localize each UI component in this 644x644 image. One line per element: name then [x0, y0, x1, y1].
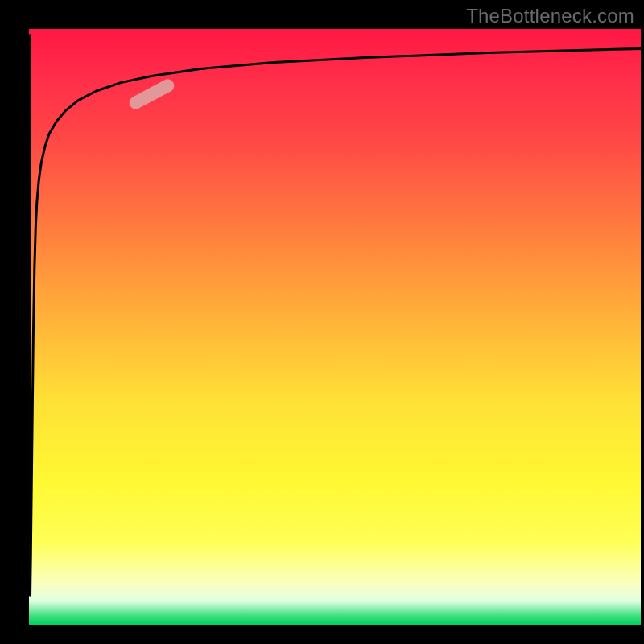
- chart-frame: TheBottleneck.com: [0, 0, 644, 644]
- plot-area: [29, 29, 641, 625]
- watermark-text: TheBottleneck.com: [466, 5, 634, 27]
- bottleneck-curve: [29, 29, 641, 625]
